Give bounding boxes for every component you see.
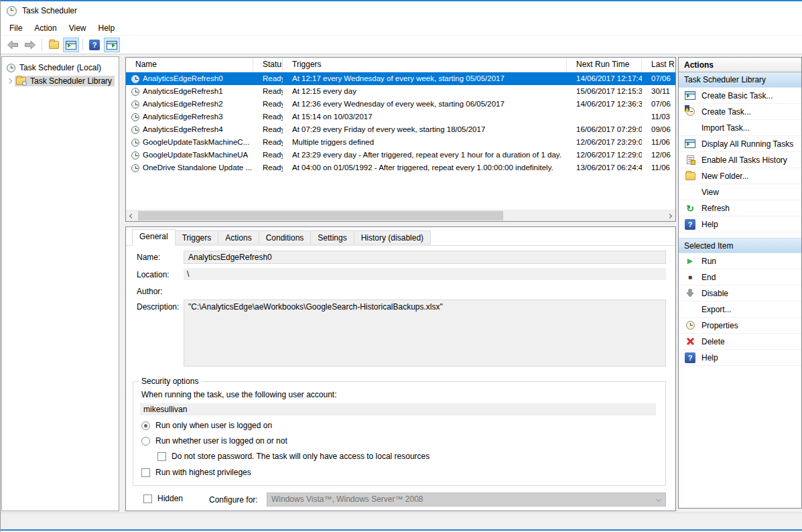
tab-conditions[interactable]: Conditions — [259, 230, 312, 245]
radio-button-selected[interactable] — [141, 421, 150, 430]
window-bottom-border — [1, 529, 802, 531]
checkbox-hidden[interactable]: Hidden — [143, 494, 183, 503]
action-refresh[interactable]: ↻ Refresh — [679, 200, 801, 216]
toolbar-separator — [42, 39, 42, 51]
column-header-status[interactable]: Status — [253, 58, 283, 72]
action-properties[interactable]: Properties — [679, 318, 801, 334]
checkbox-do-not-store-password[interactable]: Do not store password. The task will onl… — [157, 452, 429, 461]
refresh-icon: ↻ — [686, 204, 694, 212]
tree-library-label: Task Scheduler Library — [30, 76, 112, 86]
location-label: Location: — [137, 270, 170, 279]
table-row[interactable]: AnalyticsEdgeRefresh0 Ready At 12:17 eve… — [126, 72, 675, 85]
tab-actions[interactable]: Actions — [218, 230, 259, 245]
column-header-name[interactable]: Name — [126, 58, 253, 72]
scroll-left-button[interactable] — [126, 210, 137, 221]
console-tree-panel: Task Scheduler (Local) Task Scheduler Li… — [1, 56, 119, 511]
action-display-all-running-tasks[interactable]: Display All Running Tasks — [679, 136, 801, 152]
column-header-next-run-time[interactable]: Next Run Time — [567, 58, 642, 72]
action-end[interactable]: ■ End — [679, 269, 801, 285]
action-enable-all-tasks-history[interactable]: Enable All Tasks History — [679, 152, 801, 168]
chevron-right-icon[interactable] — [7, 78, 12, 84]
tab-settings[interactable]: Settings — [310, 230, 354, 245]
toolbar-separator — [82, 39, 83, 51]
tree-root-label: Task Scheduler (Local) — [19, 63, 101, 72]
action-import-task[interactable]: Import Task... — [679, 120, 801, 136]
tab-general[interactable]: General — [132, 229, 176, 246]
action-help-library[interactable]: ? Help — [679, 216, 801, 232]
task-name-field[interactable]: AnalyticsEdgeRefresh0 — [184, 251, 666, 264]
table-row[interactable]: AnalyticsEdgeRefresh2 Ready At 12:36 eve… — [126, 98, 675, 111]
configure-for-dropdown[interactable]: Windows Vista™, Windows Server™ 2008 — [267, 492, 666, 507]
radio-button[interactable] — [141, 437, 150, 446]
tab-history[interactable]: History (disabled) — [354, 230, 431, 245]
tab-strip: General Triggers Actions Conditions Sett… — [132, 230, 430, 246]
folder-clock-icon — [16, 77, 26, 85]
checkbox-run-highest-privileges[interactable]: Run with highest privileges — [141, 468, 251, 477]
app-clock-icon — [7, 6, 17, 16]
tasks-history-icon — [687, 155, 694, 164]
create-basic-task-icon — [685, 91, 695, 100]
actions-panel: Actions Task Scheduler Library Create Ba… — [678, 57, 802, 509]
display-running-tasks-icon — [685, 139, 695, 148]
table-row[interactable]: AnalyticsEdgeRefresh4 Ready At 07:29 eve… — [126, 123, 675, 136]
forward-button[interactable] — [22, 38, 38, 52]
scroll-right-button[interactable] — [664, 210, 675, 221]
tree-item-task-scheduler-library[interactable]: Task Scheduler Library — [2, 74, 119, 88]
show-hide-action-pane-button[interactable] — [104, 38, 120, 52]
radio-run-logged-on-or-not[interactable]: Run whether user is logged on or not — [141, 436, 287, 446]
action-new-folder[interactable]: New Folder... — [679, 168, 801, 184]
forward-arrow-icon — [24, 40, 36, 50]
action-run[interactable]: ▶ Run — [679, 253, 801, 269]
back-button[interactable] — [5, 38, 21, 52]
back-arrow-icon — [7, 40, 19, 50]
task-scheduler-window: Task Scheduler File Action View Help ? — [0, 0, 802, 532]
checkbox[interactable] — [141, 468, 150, 477]
action-create-basic-task[interactable]: Create Basic Task... — [679, 88, 801, 104]
table-row[interactable]: AnalyticsEdgeRefresh3 Ready At 15:14 on … — [126, 111, 675, 123]
radio-run-only-logged-on[interactable]: Run only when user is logged on — [141, 421, 272, 430]
action-help-selected[interactable]: ? Help — [679, 350, 801, 366]
author-label: Author: — [137, 287, 163, 296]
table-row[interactable]: OneDrive Standalone Update ... Ready At … — [126, 161, 675, 174]
menu-bar: File Action View Help — [1, 20, 802, 36]
menu-action[interactable]: Action — [28, 21, 62, 36]
action-view[interactable]: View — [679, 184, 801, 200]
task-list-header: Name Status Triggers Next Run Time Last … — [126, 58, 675, 72]
console-tree-folder-button[interactable] — [46, 38, 62, 52]
section-header-task-scheduler-library[interactable]: Task Scheduler Library — [679, 72, 801, 88]
task-details-pane: General Triggers Actions Conditions Sett… — [125, 226, 676, 511]
run-icon: ▶ — [687, 257, 693, 265]
checkbox[interactable] — [143, 494, 152, 503]
name-label: Name: — [137, 253, 160, 262]
scrollbar-thumb[interactable] — [138, 211, 503, 220]
section-header-selected-item[interactable]: Selected Item — [679, 238, 801, 253]
tree-item-task-scheduler-local[interactable]: Task Scheduler (Local) — [2, 61, 119, 74]
tree-library-selection[interactable]: Task Scheduler Library — [15, 76, 115, 86]
action-disable[interactable]: Disable — [679, 285, 801, 302]
new-folder-icon — [685, 172, 695, 180]
action-export[interactable]: Export... — [679, 302, 801, 318]
help-toolbar-button[interactable]: ? — [86, 38, 103, 52]
menu-file[interactable]: File — [3, 21, 28, 36]
menu-help[interactable]: Help — [92, 21, 121, 36]
checkbox[interactable] — [157, 452, 166, 461]
help-icon: ? — [89, 40, 100, 50]
task-clock-icon — [131, 113, 139, 121]
description-label: Description: — [137, 302, 179, 312]
action-delete[interactable]: Delete — [679, 334, 801, 350]
security-options-title: Security options — [139, 377, 201, 386]
column-header-last-run[interactable]: Last R — [642, 58, 675, 72]
tab-triggers[interactable]: Triggers — [175, 230, 219, 245]
properties-clock-icon — [686, 321, 695, 330]
table-row[interactable]: GoogleUpdateTaskMachineUA Ready At 23:29… — [126, 149, 675, 161]
table-row[interactable]: GoogleUpdateTaskMachineC... Ready Multip… — [126, 136, 675, 149]
description-field[interactable]: "C:\AnalyticsEdge\aeWorkbooks\GoogleSear… — [184, 300, 666, 367]
user-account-field: mikesullivan — [140, 403, 656, 415]
action-create-task[interactable]: Create Task... — [679, 104, 801, 120]
delete-x-icon — [686, 337, 695, 346]
menu-view[interactable]: View — [63, 21, 92, 36]
horizontal-scrollbar[interactable] — [126, 210, 675, 221]
show-hide-console-tree-button[interactable] — [63, 38, 79, 52]
table-row[interactable]: AnalyticsEdgeRefresh1 Ready At 12:15 eve… — [126, 85, 675, 98]
column-header-triggers[interactable]: Triggers — [283, 58, 567, 72]
